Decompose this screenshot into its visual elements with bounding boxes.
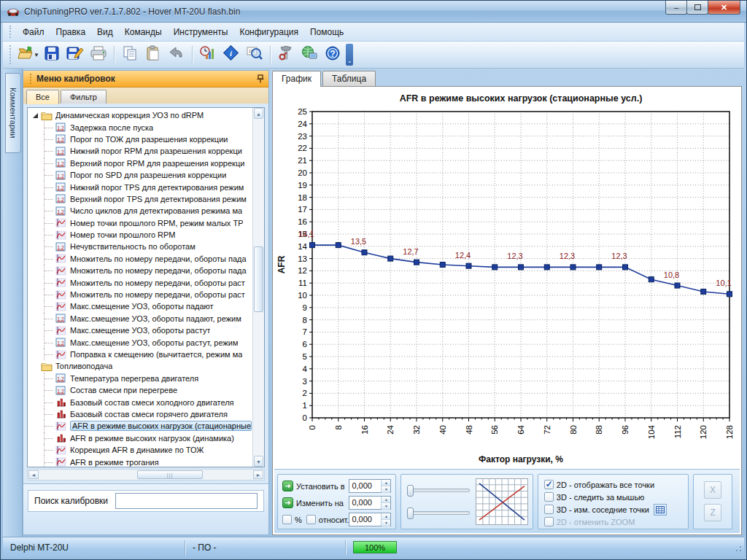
zoom-button[interactable]: 110 [244,44,266,65]
change-value-spinner[interactable]: 0,000 ▲▼ [349,496,391,510]
display-option-checkbox-3[interactable] [544,517,554,526]
horizontal-slider-1[interactable] [407,485,469,495]
web-button[interactable] [298,44,320,65]
svg-text:1.2: 1.2 [57,149,64,154]
horizontal-slider-2[interactable] [407,508,469,518]
z-axis-button[interactable]: Z [704,504,721,521]
set-value-spinner[interactable]: 0,000 ▲▼ [349,479,391,493]
tree-item[interactable]: 1.2Температура перегрева двигателя [28,373,252,384]
spin-down-icon[interactable]: ▼ [382,520,390,526]
tree-item[interactable]: 1.2Порог по SPD для разрешения коррекции [28,169,252,181]
close-button[interactable]: ✕ [708,1,740,15]
display-option-checkbox-1[interactable] [544,492,554,502]
grid-table-icon[interactable] [654,504,667,516]
expander-icon[interactable] [32,362,39,370]
relative-value-spinner[interactable]: 0,000 ▲▼ [349,513,391,526]
apply-change-button[interactable]: ➜ [282,497,293,508]
spin-up-icon[interactable]: ▲ [382,480,390,486]
tree-item[interactable]: Номер точки прошлого RPM [28,229,252,241]
x-axis-button[interactable]: X [704,481,721,499]
tree-item[interactable]: 1.2Макс.смещение УОЗ, обороты падают, ре… [28,313,252,324]
help-button[interactable]: ? [322,44,344,65]
menu-item-помощь[interactable]: Помощь [304,24,349,40]
scroll-left-arrow[interactable]: ◄ [28,470,39,479]
tree-item[interactable]: Поправка к смещению (вычитается, режим м… [28,349,252,360]
tree-item[interactable]: Номер точки прошлого RPM, режим малых TP [28,217,252,229]
tree-item[interactable]: 1.2Макс.смещение УОЗ, обороты растут, ре… [28,336,252,348]
copy-button[interactable] [119,44,141,65]
save-button[interactable] [41,44,63,65]
tree-item[interactable]: 1.2Нижний порог TPS для детектирования р… [28,181,252,192]
tree-item[interactable]: Коррекция AFR в динамике по ТОЖ [28,444,252,456]
print-button[interactable] [88,44,109,65]
pin-icon[interactable] [255,74,266,84]
calibration-tab-фильтр[interactable]: Фильтр [61,90,107,104]
apply-set-button[interactable]: ➜ [282,481,293,491]
display-option-checkbox-0[interactable] [544,480,554,489]
tree-item[interactable]: 1.2Нечувствительность по оборотам [28,241,252,252]
tree-vertical-scrollbar[interactable]: ▲ ▼ [252,108,264,467]
main-tab-table[interactable]: Таблица [322,71,376,87]
tree-item[interactable]: Базовый состав смеси холодного двигателя [28,396,252,408]
calibration-tab-все[interactable]: Все [26,90,59,104]
tree-horizontal-scrollbar[interactable]: ◄ ||| ► [27,469,265,481]
tree-item[interactable]: 1.2Верхний порог TPS для детектирования … [28,193,252,205]
percent-checkbox[interactable] [282,515,292,524]
open-folder-icon [18,45,35,64]
calibration-search-input[interactable] [115,493,258,509]
menu-item-конфигурация[interactable]: Конфигурация [233,24,304,40]
tree-item[interactable]: 1.2Число циклов для детектирования режим… [28,205,252,217]
tree-item[interactable]: AFR в режиме трогания [28,456,252,467]
tree-item[interactable]: Множитель по номеру передачи, обороты ра… [28,289,252,300]
tree-item[interactable]: AFR в режиме высоких нагрузок (динамика) [28,432,252,444]
tools-button[interactable] [275,44,297,65]
comments-tab[interactable]: Комментарии [5,73,21,153]
scroll-down-arrow[interactable]: ▼ [254,456,263,467]
statistics-button[interactable] [197,44,219,65]
expander-icon[interactable] [32,112,39,119]
tree-folder[interactable]: Динамическая коррекция УОЗ по dRPM [28,109,252,121]
menu-item-команды[interactable]: Команды [119,24,168,40]
hscrollbar-thumb[interactable]: ||| [137,470,203,479]
tree-item[interactable]: 1.2Нижний порог RPM для разрешения корре… [28,145,252,157]
paste-button[interactable] [142,44,164,65]
tree-item[interactable]: Макс.смещение УОЗ, обороты падают [28,300,252,312]
tree-item[interactable]: Множитель по номеру передачи, обороты па… [28,253,252,265]
display-option-checkbox-2[interactable] [544,505,554,514]
relative-checkbox[interactable] [306,515,316,524]
save-as-button[interactable] [64,44,86,65]
scrollbar-thumb[interactable] [254,246,263,312]
tree-item[interactable]: Макс.смещение УОЗ, обороты растут [28,324,252,336]
minimize-button[interactable]: – [665,1,687,15]
tree-item[interactable]: Базовый состав смеси горячего двигателя [28,408,252,420]
open-file-button[interactable]: ▼ [18,44,39,65]
toolbar-overflow-button[interactable]: ⌄ [346,44,353,66]
maximize-button[interactable] [686,1,708,15]
tree-item[interactable]: 1.2Порог по ТОЖ для разрешения коррекции [28,133,252,145]
info-button[interactable]: i [220,44,242,65]
undo-button[interactable] [166,44,187,65]
num-icon: 1.2 [55,147,67,156]
scroll-up-arrow[interactable]: ▲ [254,108,263,119]
tree-item[interactable]: 1.2Задержка после пуска [28,121,252,133]
resize-grip-icon[interactable] [732,542,743,553]
spin-down-icon[interactable]: ▼ [382,486,390,493]
tree-item[interactable]: 1.2Верхний порог RPM для разрешения корр… [28,158,252,169]
menu-item-вид[interactable]: Вид [91,24,119,40]
menu-item-инструменты[interactable]: Инструменты [168,24,234,40]
spin-up-icon[interactable]: ▲ [382,497,390,503]
afr-chart[interactable]: AFR в режиме высоких нагрузок (стационар… [274,88,740,471]
tree-item[interactable]: 1.2Состав смеси при перегреве [28,384,252,396]
tree-item[interactable]: Множитель по номеру передачи, обороты ра… [28,276,252,288]
menu-item-правка[interactable]: Правка [50,24,92,40]
main-tab-chart[interactable]: График [272,71,321,87]
spin-down-icon[interactable]: ▼ [382,503,390,510]
spin-up-icon[interactable]: ▲ [382,513,390,520]
dropdown-arrow-icon[interactable]: ▼ [34,52,39,58]
tree-item[interactable]: AFR в режиме высоких нагрузок (стационар… [28,420,252,432]
tree-folder[interactable]: Топливоподача [28,360,252,372]
scroll-right-arrow[interactable]: ► [253,470,263,479]
menu-item-файл[interactable]: Файл [17,24,50,40]
tree-connector [44,169,54,181]
tree-item[interactable]: Множитель по номеру передачи, обороты па… [28,265,252,276]
